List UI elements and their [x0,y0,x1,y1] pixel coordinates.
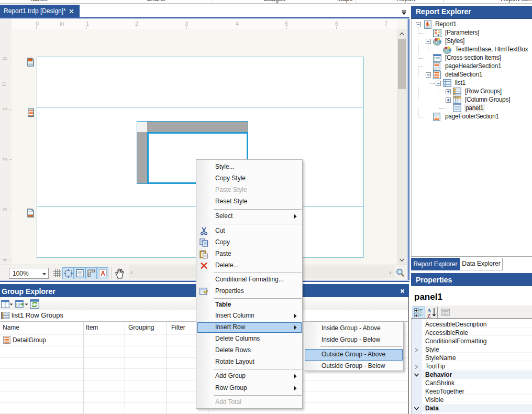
svg-text:Z: Z [427,313,431,319]
svg-text:A: A [101,270,105,277]
svg-text:x: x [437,32,440,37]
